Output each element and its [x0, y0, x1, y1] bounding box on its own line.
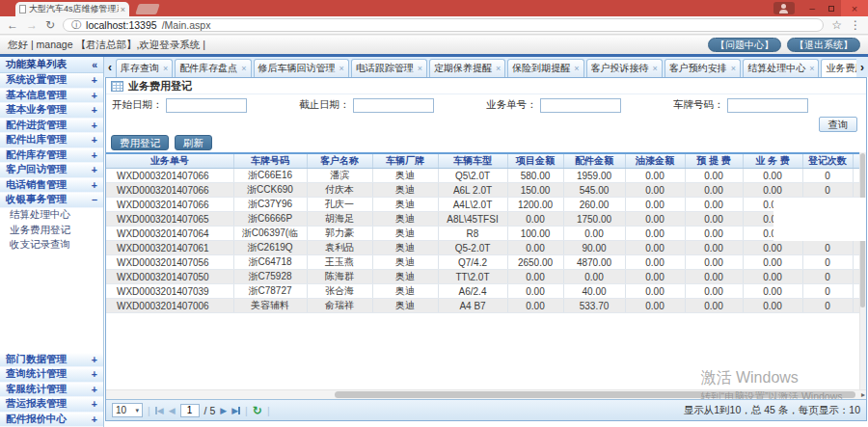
doc-tab-4[interactable]: 定期保养提醒×	[429, 59, 505, 77]
filter-input-2[interactable]	[540, 98, 621, 113]
maximize-button[interactable]	[822, 0, 841, 16]
problem-center-button[interactable]: 【问题中心】	[708, 38, 781, 52]
column-header-5[interactable]: 项目金额	[507, 153, 563, 169]
column-header-1[interactable]: 车牌号码	[233, 153, 307, 169]
sidebar-subitem-2[interactable]: 收支记录查询	[0, 238, 103, 254]
expander-icon[interactable]: −	[92, 194, 97, 205]
reload-icon[interactable]: ↻	[45, 19, 55, 31]
expander-icon[interactable]: +	[92, 384, 97, 395]
sidebar-group-2[interactable]: 基本业务管理+	[0, 103, 103, 119]
page-size-select[interactable]: 10 ▾	[112, 403, 143, 417]
table-row[interactable]: WXD0003201407006美容辅料俞瑞祥奥迪A4 B70.00533.70…	[106, 299, 866, 313]
bookmark-star-icon[interactable]: ☆	[831, 19, 842, 31]
table-row[interactable]: WXD0003201407064浙C06397(临郭力豪奥迪R8100.000.…	[106, 227, 866, 241]
doc-tab-close-icon[interactable]: ×	[339, 64, 344, 73]
doc-tab-close-icon[interactable]: ×	[241, 64, 246, 73]
expander-icon[interactable]: +	[92, 104, 97, 116]
table-row[interactable]: WXD0003201407056浙C64718王玉燕奥迪Q7/4.22650.0…	[106, 255, 866, 270]
filter-input-1[interactable]	[353, 98, 434, 113]
sidebar-subitem-0[interactable]: 结算处理中心	[0, 208, 103, 224]
expander-icon[interactable]: +	[92, 90, 97, 101]
sidebar-group-7[interactable]: 电话销售管理+	[0, 178, 103, 194]
logout-button[interactable]: 【退出系统】	[787, 38, 860, 52]
first-page-button[interactable]: ◀	[155, 406, 164, 415]
sidebar-subitem-1[interactable]: 业务费用登记	[0, 223, 103, 238]
address-bar[interactable]: ⓘ localhost:13395/Main.aspx	[63, 18, 824, 32]
column-header-3[interactable]: 车辆厂牌	[372, 153, 438, 169]
doc-tab-7[interactable]: 客户预约安排×	[665, 59, 741, 77]
collapse-icon[interactable]: «	[92, 59, 97, 70]
expander-icon[interactable]: +	[92, 398, 97, 410]
back-icon[interactable]: ←	[7, 19, 18, 31]
expander-icon[interactable]: +	[92, 414, 97, 425]
expander-icon[interactable]: +	[92, 354, 97, 365]
tabs-scroll-right-icon[interactable]: ›	[858, 61, 866, 77]
table-row[interactable]: WXD0003201407066浙C66E16潘滨奥迪Q5\2.0T580.00…	[106, 169, 866, 183]
sidebar-group-0[interactable]: 系统设置管理+	[0, 73, 103, 89]
fee-register-button[interactable]: 费用登记	[111, 135, 169, 150]
doc-tab-close-icon[interactable]: ×	[809, 64, 814, 73]
doc-tab-close-icon[interactable]: ×	[574, 64, 579, 73]
column-header-0[interactable]: 业务单号	[106, 153, 233, 169]
doc-tab-close-icon[interactable]: ×	[731, 64, 736, 73]
horizontal-scrollbar[interactable]: ▸	[106, 389, 866, 399]
next-page-button[interactable]: ▶	[220, 406, 227, 415]
column-header-10[interactable]: 登记次数	[802, 153, 853, 169]
close-button[interactable]: ×	[841, 0, 868, 16]
forward-icon[interactable]: →	[26, 19, 38, 31]
doc-tab-8[interactable]: 结算处理中心×	[743, 59, 819, 77]
page-number-input[interactable]	[180, 404, 200, 417]
sidebar-bottom-group-3[interactable]: 营运报表管理+	[0, 397, 103, 413]
doc-tab-9[interactable]: 业务费用登记×	[821, 59, 856, 77]
column-header-4[interactable]: 车辆车型	[438, 153, 507, 169]
profile-icon[interactable]	[773, 2, 795, 14]
expander-icon[interactable]: +	[92, 120, 97, 131]
new-tab-button[interactable]	[135, 4, 160, 14]
doc-tab-close-icon[interactable]: ×	[653, 64, 658, 73]
expander-icon[interactable]: +	[92, 164, 97, 175]
info-icon[interactable]: ⓘ	[71, 18, 81, 32]
expander-icon[interactable]: +	[92, 149, 97, 161]
sidebar-group-1[interactable]: 基本信息管理+	[0, 89, 103, 104]
horizontal-scrollbar-thumb[interactable]	[335, 391, 855, 398]
column-header-7[interactable]: 油漆金额	[625, 153, 685, 169]
tabs-scroll-left-icon[interactable]: ‹	[106, 61, 114, 77]
vertical-scrollbar[interactable]	[859, 152, 866, 389]
sidebar-header[interactable]: 功能菜单列表 «	[0, 57, 103, 73]
column-header-9[interactable]: 业 务 费	[743, 153, 802, 169]
sidebar-group-8[interactable]: 收银事务管理−	[0, 193, 103, 208]
last-page-button[interactable]: ▶	[231, 406, 240, 415]
doc-tab-6[interactable]: 客户投诉接待×	[586, 59, 663, 77]
doc-tab-2[interactable]: 修后车辆回访管理×	[254, 59, 349, 77]
table-row[interactable]: WXD0003201407061浙C2619Q袁利品奥迪Q5-2.0T0.009…	[106, 241, 866, 255]
table-row[interactable]: WXD0003201407066浙CCK690付庆本奥迪A6L 2.0T150.…	[106, 183, 866, 198]
doc-tab-close-icon[interactable]: ×	[496, 64, 501, 73]
filter-input-0[interactable]	[166, 98, 247, 113]
query-button[interactable]: 查询	[819, 117, 857, 132]
doc-tab-5[interactable]: 保险到期提醒×	[507, 59, 583, 77]
expander-icon[interactable]: +	[92, 179, 97, 191]
sidebar-bottom-group-4[interactable]: 配件报价中心+	[0, 413, 103, 427]
sidebar-bottom-group-0[interactable]: 部门数据管理+	[0, 353, 103, 368]
expander-icon[interactable]: +	[92, 74, 97, 86]
table-row[interactable]: WXD0003201407065浙C6666P胡海足奥迪A8L\45TFSI0.…	[106, 212, 866, 227]
sidebar-group-5[interactable]: 配件库存管理+	[0, 148, 103, 164]
column-header-8[interactable]: 预 提 费	[685, 153, 743, 169]
scroll-right-icon[interactable]: ▸	[861, 390, 865, 399]
sidebar-bottom-group-2[interactable]: 客服统计管理+	[0, 383, 103, 398]
column-header-6[interactable]: 配件金额	[563, 153, 625, 169]
sidebar-group-6[interactable]: 客户回访管理+	[0, 163, 103, 178]
expander-icon[interactable]: +	[92, 368, 97, 380]
refresh-button[interactable]: 刷新	[175, 135, 212, 150]
prev-page-button[interactable]: ◀	[169, 406, 176, 415]
doc-tab-close-icon[interactable]: ×	[418, 64, 422, 73]
tab-close-icon[interactable]: ×	[121, 5, 125, 14]
expander-icon[interactable]: +	[92, 134, 97, 146]
sidebar-group-3[interactable]: 配件进货管理+	[0, 119, 103, 134]
doc-tab-3[interactable]: 电话跟踪管理×	[351, 59, 427, 77]
table-row[interactable]: WXD0003201407050浙C75928陈海群奥迪TT\2.0T0.000…	[106, 270, 866, 284]
grid-refresh-icon[interactable]: ↻	[253, 404, 262, 417]
sidebar-bottom-group-1[interactable]: 查询统计管理+	[0, 367, 103, 383]
menu-dots-icon[interactable]: ⋮	[850, 19, 861, 31]
filter-input-3[interactable]	[727, 98, 808, 113]
